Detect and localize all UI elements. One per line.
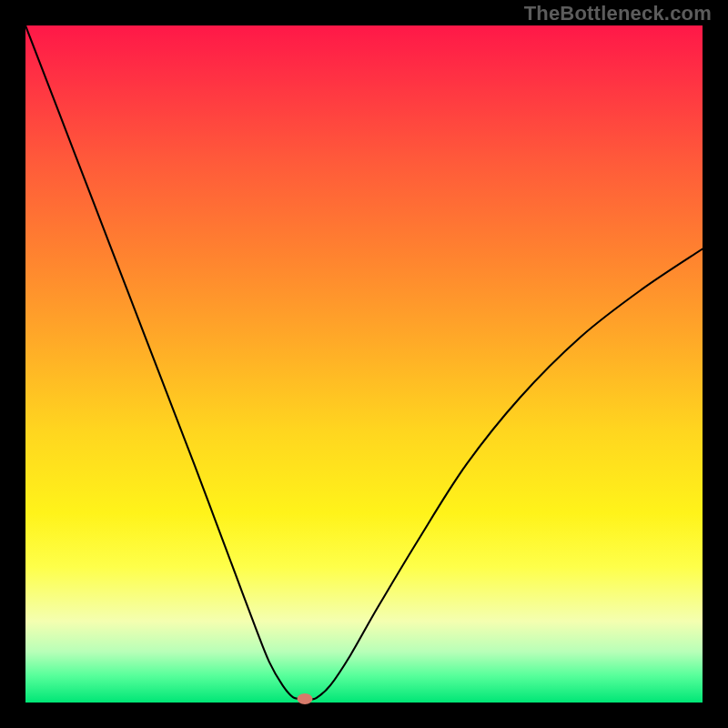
optimal-point-marker: [298, 693, 313, 704]
chart-frame: TheBottleneck.com: [0, 0, 728, 728]
watermark-text: TheBottleneck.com: [524, 2, 712, 25]
plot-area: [25, 25, 703, 703]
bottleneck-curve: [25, 25, 703, 703]
